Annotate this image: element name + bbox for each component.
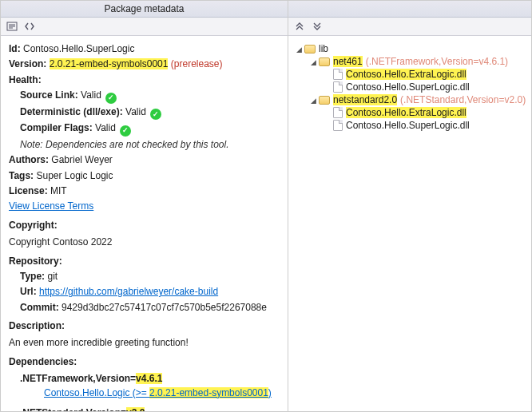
- health-note: Note: Dependencies are not checked by th…: [20, 138, 280, 152]
- tree-label: Contoso.Hello.ExtraLogic.dll: [346, 107, 466, 118]
- view-xml-icon[interactable]: [6, 20, 18, 33]
- authors-label: Authors:: [9, 154, 49, 165]
- tree-file[interactable]: Contoso.Hello.ExtraLogic.dll: [292, 68, 528, 81]
- dep-tfm: v2.0: [126, 407, 145, 411]
- tree-label: net461: [333, 56, 363, 67]
- id-label: Id:: [9, 43, 21, 54]
- dep-tfm: v4.6.1: [136, 373, 162, 384]
- collapse-all-icon[interactable]: [311, 20, 324, 33]
- tags-label: Tags:: [9, 170, 34, 181]
- metadata-content: Id: Contoso.Hello.SuperLogic Version: 2.…: [1, 36, 288, 411]
- authors-value: Gabriel Weyer: [51, 154, 112, 165]
- health-label: Health:: [9, 74, 42, 85]
- check-icon: ✓: [105, 93, 117, 104]
- compilerflags-value: Valid: [95, 122, 116, 133]
- version-prerelease: (prerelease): [171, 58, 223, 69]
- dep-tfm-prefix: .NETFramework,Version=: [20, 373, 136, 384]
- repo-type-value: git: [47, 271, 58, 282]
- license-link[interactable]: View License Terms: [9, 200, 93, 212]
- contents-panel: ◢lib ◢net461(.NETFramework,Version=v4.6.…: [288, 0, 532, 412]
- repo-commit-label: Commit:: [20, 302, 59, 313]
- dependency-group: .NETFramework,Version=v4.6.1 Contoso.Hel…: [20, 372, 280, 400]
- metadata-panel: Package metadata Id: Contoso.Hello.Super…: [0, 0, 288, 412]
- license-label: License:: [9, 185, 48, 196]
- contents-toolbar: [288, 18, 531, 36]
- folder-icon: [319, 96, 330, 105]
- tree-tfm: (.NETStandard,Version=v2.0): [400, 94, 526, 105]
- contents-tree[interactable]: ◢lib ◢net461(.NETFramework,Version=v4.6.…: [288, 36, 531, 411]
- version-label: Version:: [9, 58, 46, 69]
- view-code-icon[interactable]: [23, 20, 36, 33]
- dependencies-label: Dependencies:: [9, 356, 77, 367]
- tree-file[interactable]: Contoso.Hello.SuperLogic.dll: [292, 81, 528, 93]
- check-icon: ✓: [150, 109, 161, 120]
- tree-label: Contoso.Hello.SuperLogic.dll: [346, 81, 470, 93]
- description-value: An even more incredible greeting functio…: [9, 336, 280, 350]
- tree-label: netstandard2.0: [333, 94, 397, 105]
- sourcelink-value: Valid: [81, 89, 101, 101]
- copyright-label: Copyright:: [9, 220, 58, 231]
- metadata-toolbar: [1, 18, 288, 36]
- dep-tfm-prefix: .NETStandard,Version=: [20, 407, 126, 411]
- tree-file[interactable]: Contoso.Hello.ExtraLogic.dll: [292, 106, 528, 119]
- tree-label: Contoso.Hello.SuperLogic.dll: [346, 120, 470, 131]
- deterministic-label: Deterministic (dll/exe):: [20, 106, 123, 117]
- repo-url-value[interactable]: https://github.com/gabrielweyer/cake-bui…: [39, 286, 218, 297]
- dep-package-link[interactable]: Contoso.Hello.Logic (>= 2.0.21-embed-sym…: [44, 387, 272, 398]
- folder-icon: [304, 45, 316, 53]
- check-icon: ✓: [120, 125, 131, 137]
- file-icon: [333, 120, 343, 131]
- license-value: MIT: [50, 185, 67, 196]
- copyright-value: Copyright Contoso 2022: [9, 236, 280, 249]
- file-icon: [333, 107, 343, 118]
- deterministic-value: Valid: [125, 106, 146, 117]
- chevron-down-icon[interactable]: ◢: [295, 46, 303, 53]
- contents-title: [288, 1, 531, 18]
- metadata-title: Package metadata: [1, 1, 288, 18]
- repo-url-label: Url:: [20, 286, 37, 297]
- tags-value: Super Logic Logic: [36, 170, 113, 181]
- repository-label: Repository:: [9, 256, 62, 267]
- repo-commit-value: 9429d3dbc27c57417c07cf7c570b5e5f2267088e: [62, 302, 267, 313]
- expand-all-icon[interactable]: [293, 20, 306, 33]
- tree-label: Contoso.Hello.ExtraLogic.dll: [346, 69, 466, 80]
- description-label: Description:: [9, 320, 65, 331]
- chevron-down-icon[interactable]: ◢: [309, 58, 317, 66]
- tree-file[interactable]: Contoso.Hello.SuperLogic.dll: [292, 119, 528, 132]
- file-icon: [333, 81, 343, 93]
- chevron-down-icon[interactable]: ◢: [309, 97, 317, 105]
- dependency-group: .NETStandard,Version=v2.0 Contoso.Hello.…: [20, 406, 280, 411]
- tree-label: lib: [319, 43, 328, 54]
- version-value: 2.0.21-embed-symbols0001: [50, 58, 169, 69]
- tree-node-lib[interactable]: ◢lib: [292, 42, 528, 55]
- sourcelink-label: Source Link:: [20, 89, 78, 101]
- folder-icon: [319, 57, 330, 66]
- file-icon: [333, 69, 343, 80]
- repo-type-label: Type:: [20, 271, 45, 282]
- tree-node-netstandard20[interactable]: ◢netstandard2.0(.NETStandard,Version=v2.…: [292, 93, 528, 106]
- tree-node-net461[interactable]: ◢net461(.NETFramework,Version=v4.6.1): [292, 55, 528, 68]
- tree-tfm: (.NETFramework,Version=v4.6.1): [366, 56, 508, 67]
- id-value: Contoso.Hello.SuperLogic: [23, 43, 134, 54]
- compilerflags-label: Compiler Flags:: [20, 122, 93, 133]
